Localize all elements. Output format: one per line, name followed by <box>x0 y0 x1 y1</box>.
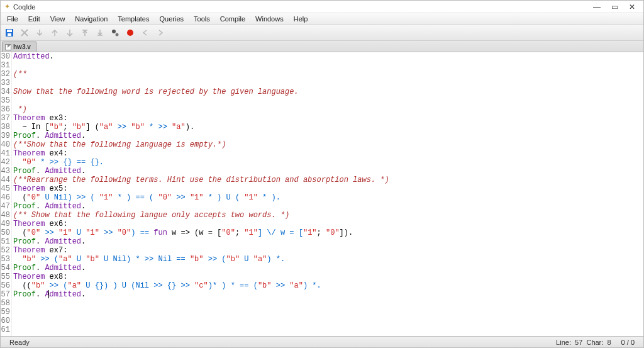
code-line[interactable] <box>13 61 643 70</box>
next-icon[interactable] <box>154 26 167 39</box>
status-coq: 0 / 0 <box>616 339 640 346</box>
menu-help[interactable]: Help <box>289 14 313 23</box>
code-line[interactable]: "0" * >> {} == {}. <box>13 158 643 167</box>
code-line[interactable]: Proof. Admitted. <box>13 202 643 211</box>
code-line[interactable]: Proof. Admitted. <box>13 290 643 299</box>
code-line[interactable]: Theorem ex7: <box>13 246 643 255</box>
menu-edit[interactable]: Edit <box>23 14 45 23</box>
maximize-button[interactable]: ▭ <box>606 1 623 13</box>
status-line: Line: 57 Char: 8 <box>551 339 616 346</box>
code-line[interactable] <box>13 96 643 105</box>
app-title: CoqIde <box>13 3 35 11</box>
code-line[interactable]: (** Show that the following langue only … <box>13 211 643 220</box>
document-icon <box>5 44 11 50</box>
save-button[interactable] <box>3 26 16 39</box>
title-bar: ✦ CoqIde — ▭ ✕ <box>1 1 643 13</box>
code-line[interactable]: (**Show that the following language is e… <box>13 140 643 149</box>
code-line[interactable]: Proof. Admitted. <box>13 264 643 272</box>
code-line[interactable]: Theorem ex5: <box>13 184 643 193</box>
svg-rect-1 <box>7 30 12 32</box>
status-ready: Ready <box>4 339 35 346</box>
code-line[interactable]: ("0" >> "1" U "1" >> "0") == fun w => (w… <box>13 228 643 237</box>
code-line[interactable]: Theorem ex3: <box>13 114 643 123</box>
menu-bar: FileEditViewNavigationTemplatesQueriesTo… <box>1 13 643 25</box>
code-line[interactable]: Theorem ex4: <box>13 149 643 158</box>
menu-queries[interactable]: Queries <box>154 14 189 23</box>
gears-icon[interactable] <box>109 26 121 39</box>
code-area[interactable]: Admitted. (** Show that the following wo… <box>12 52 643 336</box>
code-line[interactable]: *) <box>13 105 643 114</box>
code-line[interactable]: Show that the following word is rejected… <box>13 87 643 96</box>
menu-windows[interactable]: Windows <box>250 14 289 23</box>
menu-view[interactable]: View <box>45 14 70 23</box>
file-tab-label: hw3.v <box>13 43 31 50</box>
close-button[interactable]: ✕ <box>623 1 641 13</box>
record-icon[interactable] <box>124 26 136 39</box>
code-line[interactable]: Proof. Admitted. <box>13 237 643 246</box>
code-line[interactable]: Theorem ex8: <box>13 272 643 281</box>
arrow-top-icon[interactable] <box>79 26 91 39</box>
close-gray-icon[interactable] <box>18 26 31 39</box>
app-icon: ✦ <box>3 3 11 11</box>
menu-file[interactable]: File <box>2 14 23 23</box>
svg-rect-2 <box>8 33 11 36</box>
code-line[interactable] <box>13 308 643 317</box>
code-line[interactable]: Theorem ex6: <box>13 220 643 228</box>
code-line[interactable]: Proof. Admitted. <box>13 132 643 140</box>
menu-tools[interactable]: Tools <box>189 14 215 23</box>
code-line[interactable] <box>13 79 643 87</box>
code-line[interactable]: Proof. Admitted. <box>13 167 643 176</box>
menu-templates[interactable]: Templates <box>113 14 154 23</box>
menu-compile[interactable]: Compile <box>215 14 250 23</box>
arrow-bottom-icon[interactable] <box>94 26 106 39</box>
code-line[interactable]: (**Rearrange the following terms. Hint u… <box>13 176 643 184</box>
line-gutter: 3031323334353637383940414243444546474849… <box>1 52 12 336</box>
toolbar <box>1 25 643 41</box>
minimize-button[interactable]: — <box>588 1 606 13</box>
file-tab[interactable]: hw3.v <box>2 42 36 52</box>
code-line[interactable] <box>13 317 643 325</box>
goto-icon[interactable] <box>64 26 76 39</box>
prev-icon[interactable] <box>139 26 152 39</box>
menu-navigation[interactable]: Navigation <box>70 14 113 23</box>
arrow-down-icon[interactable] <box>33 26 46 39</box>
code-line[interactable]: ("0" U Nil) >> ( "1" * ) == ( "0" >> "1"… <box>13 193 643 202</box>
code-line[interactable]: (** <box>13 70 643 79</box>
code-line[interactable]: Admitted. <box>13 52 643 61</box>
status-bar: Ready Line: 57 Char: 8 0 / 0 <box>1 336 643 347</box>
code-line[interactable]: ~ In ["b"; "b"] ("a" >> "b" * >> "a"). <box>13 123 643 132</box>
svg-point-3 <box>112 30 116 33</box>
code-line[interactable] <box>13 299 643 308</box>
tab-strip: hw3.v <box>1 41 643 52</box>
svg-point-4 <box>116 33 119 36</box>
code-line[interactable]: (("b" >> ("a" U {}) ) U (Nil >> {} >> "c… <box>13 281 643 290</box>
code-line[interactable]: "b" >> ("a" U "b" U Nil) * >> Nil == "b"… <box>13 255 643 264</box>
arrow-up-icon[interactable] <box>48 26 61 39</box>
code-editor[interactable]: 3031323334353637383940414243444546474849… <box>1 52 643 336</box>
svg-point-5 <box>127 30 133 36</box>
code-line[interactable] <box>13 325 643 334</box>
